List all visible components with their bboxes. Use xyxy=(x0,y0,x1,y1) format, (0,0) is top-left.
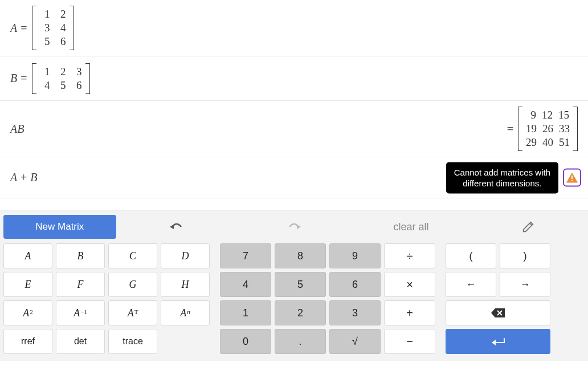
key-rref[interactable]: rref xyxy=(3,329,52,354)
equals-sign: = xyxy=(21,72,27,85)
expression-row-ab[interactable]: AB = 91215 192633 294051 xyxy=(0,101,588,157)
key-3[interactable]: 3 xyxy=(329,300,381,325)
variable-keys: A B C D E F G H A2 A−-11 AT An rref det … xyxy=(3,243,210,357)
numpad-keys: 7 8 9 ÷ 4 5 6 × 1 2 3 + 0 . √ − xyxy=(220,243,435,357)
key-lparen[interactable]: ( xyxy=(446,243,496,268)
svg-rect-0 xyxy=(571,176,573,179)
key-a-transpose[interactable]: AT xyxy=(108,300,157,325)
key-d[interactable]: D xyxy=(161,243,210,268)
key-divide[interactable]: ÷ xyxy=(384,243,435,268)
equals-sign: = xyxy=(21,22,27,35)
error-line1: Cannot add matrices with xyxy=(454,167,550,177)
key-a-power-n[interactable]: An xyxy=(161,300,210,325)
key-plus[interactable]: + xyxy=(384,300,435,325)
key-6[interactable]: 6 xyxy=(329,272,381,297)
key-backspace[interactable] xyxy=(446,300,550,325)
undo-button[interactable] xyxy=(121,215,234,239)
key-a-inverse[interactable]: A−-11 xyxy=(56,300,105,325)
expression-row-b[interactable]: B = 123 456 xyxy=(0,56,588,101)
key-9[interactable]: 9 xyxy=(329,243,381,268)
redo-button[interactable] xyxy=(238,215,350,239)
key-1[interactable]: 1 xyxy=(220,300,271,325)
key-7[interactable]: 7 xyxy=(220,243,271,268)
new-matrix-button[interactable]: New Matrix xyxy=(3,215,116,239)
error-tooltip: Cannot add matrices with different dimen… xyxy=(446,162,558,193)
key-rparen[interactable]: ) xyxy=(500,243,550,268)
key-e[interactable]: E xyxy=(3,272,52,297)
expression-row-aplusb[interactable]: A + B Cannot add matrices with different… xyxy=(0,157,588,198)
keyboard-panel: New Matrix clear all A B C D E F G H xyxy=(0,210,588,361)
matrix-result: 91215 192633 294051 xyxy=(518,107,578,151)
equals-sign: = xyxy=(507,123,513,136)
expr-label: AB xyxy=(10,123,24,136)
settings-button[interactable] xyxy=(472,215,585,239)
expr-label: A + B xyxy=(10,171,38,184)
key-f[interactable]: F xyxy=(56,272,105,297)
key-left-arrow[interactable]: ← xyxy=(446,272,496,297)
key-enter[interactable] xyxy=(446,329,550,354)
warning-icon[interactable] xyxy=(563,169,581,187)
expression-list: A = 12 34 56 B = 123 456 xyxy=(0,0,588,198)
nav-keys: ( ) ← → xyxy=(446,243,550,357)
key-dot[interactable]: . xyxy=(275,329,326,354)
key-h[interactable]: H xyxy=(161,272,210,297)
key-a[interactable]: A xyxy=(3,243,52,268)
key-sqrt[interactable]: √ xyxy=(329,329,381,354)
key-b[interactable]: B xyxy=(56,243,105,268)
var-label: A xyxy=(10,22,17,35)
var-label: B xyxy=(10,72,17,85)
svg-rect-1 xyxy=(571,180,573,181)
key-2[interactable]: 2 xyxy=(275,300,326,325)
key-0[interactable]: 0 xyxy=(220,329,271,354)
key-a-squared[interactable]: A2 xyxy=(3,300,52,325)
key-det[interactable]: det xyxy=(56,329,105,354)
clear-all-button[interactable]: clear all xyxy=(355,215,468,239)
key-minus[interactable]: − xyxy=(384,329,435,354)
expression-row-a[interactable]: A = 12 34 56 xyxy=(0,0,588,56)
key-right-arrow[interactable]: → xyxy=(500,272,550,297)
key-trace[interactable]: trace xyxy=(108,329,157,354)
key-4[interactable]: 4 xyxy=(220,272,271,297)
matrix-a: 12 34 56 xyxy=(32,6,74,50)
key-g[interactable]: G xyxy=(108,272,157,297)
key-5[interactable]: 5 xyxy=(275,272,326,297)
key-c[interactable]: C xyxy=(108,243,157,268)
key-8[interactable]: 8 xyxy=(275,243,326,268)
error-line2: different dimensions. xyxy=(463,178,541,188)
matrix-b: 123 456 xyxy=(32,63,90,94)
key-multiply[interactable]: × xyxy=(384,272,435,297)
